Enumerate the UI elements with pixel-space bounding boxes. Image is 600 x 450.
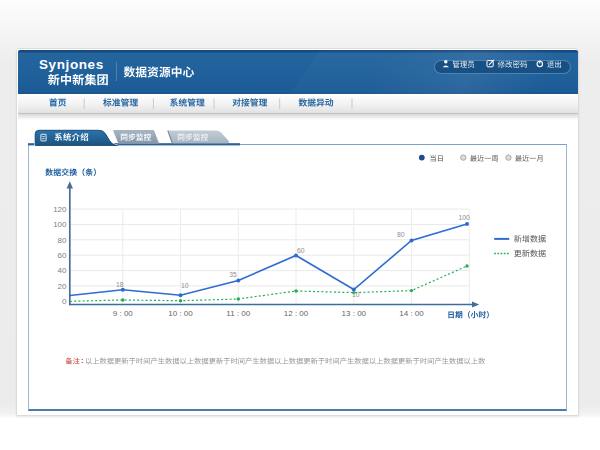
svg-text:Synjones: Synjones bbox=[39, 57, 104, 72]
svg-text:14 : 00: 14 : 00 bbox=[399, 309, 424, 318]
svg-text:100: 100 bbox=[53, 220, 67, 229]
svg-text::: : bbox=[81, 356, 84, 365]
svg-text:11 : 00: 11 : 00 bbox=[226, 309, 250, 318]
svg-text:10: 10 bbox=[181, 282, 189, 289]
svg-text:35: 35 bbox=[229, 271, 237, 278]
svg-text:10: 10 bbox=[352, 291, 360, 298]
svg-text:80: 80 bbox=[58, 236, 67, 245]
svg-text:20: 20 bbox=[58, 282, 67, 291]
svg-text:10 : 00: 10 : 00 bbox=[168, 309, 193, 318]
svg-text:60: 60 bbox=[297, 247, 305, 254]
svg-text:0: 0 bbox=[62, 297, 67, 306]
svg-text:80: 80 bbox=[397, 231, 405, 238]
svg-text:100: 100 bbox=[459, 214, 471, 221]
svg-text:120: 120 bbox=[53, 205, 67, 214]
svg-text:60: 60 bbox=[58, 251, 67, 260]
svg-text:40: 40 bbox=[58, 266, 67, 275]
svg-text:18: 18 bbox=[116, 281, 124, 288]
svg-text:9 : 00: 9 : 00 bbox=[113, 309, 134, 318]
svg-text:12 : 00: 12 : 00 bbox=[284, 309, 309, 318]
svg-text:13 : 00: 13 : 00 bbox=[342, 309, 367, 318]
